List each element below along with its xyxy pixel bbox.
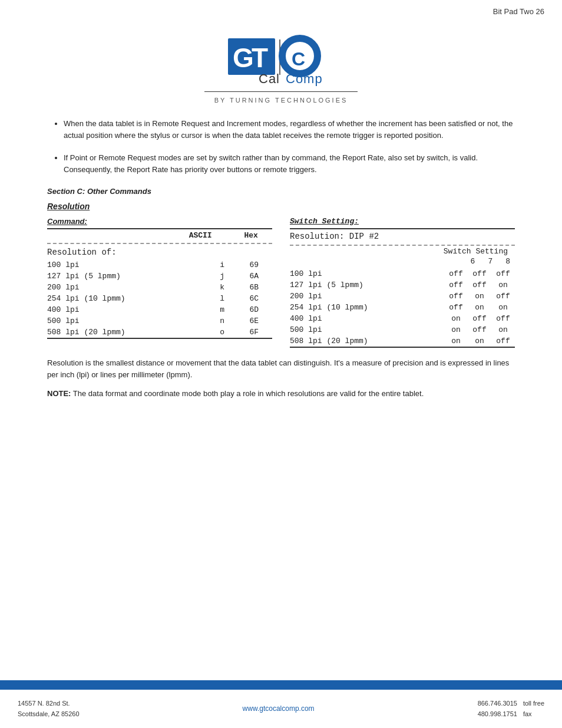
table-row: 508 lpi (20 lpmm) o 6F [47, 327, 272, 338]
page-title: Bit Pad Two 26 [493, 7, 544, 16]
command-data-table: 100 lpi i 69 127 lpi (5 lpmm) j 6A 200 l… [47, 259, 272, 338]
sw-label: 254 lpi (10 lpmm) [290, 302, 444, 313]
footer-address: 14557 N. 82nd St. Scottsdale, AZ 85260 [18, 698, 80, 720]
cmd-hex: 6B [236, 282, 272, 293]
page-header: Bit Pad Two 26 [0, 0, 562, 16]
cmd-ascii: m [209, 304, 236, 315]
sw-label: 200 lpi [290, 291, 444, 302]
bullet-list: When the data tablet is in Remote Reques… [47, 118, 515, 176]
footer-fax: 480.998.1751 [478, 709, 517, 720]
svg-text:T: T [252, 42, 268, 73]
note2-bold: NOTE: [47, 389, 71, 398]
note2: NOTE: The data format and coordinate mod… [47, 388, 515, 400]
sw-s7: off [468, 279, 491, 291]
sw-s6: off [444, 302, 468, 313]
table-row: 254 lpi (10 lpmm) off on on [290, 302, 515, 313]
sw-s6: on [444, 335, 468, 347]
cmd-label: 400 lpi [47, 304, 209, 315]
svg-text:C: C [292, 48, 305, 70]
table-row: 500 lpi on off on [290, 324, 515, 335]
footer-content: 14557 N. 82nd St. Scottsdale, AZ 85260 w… [0, 690, 562, 728]
sw-s8: off [491, 313, 515, 324]
note2-rest: The data format and coordinate mode both… [71, 389, 424, 398]
sw-s6: off [444, 279, 468, 291]
cmd-hex: 69 [236, 259, 272, 271]
sw-label: 127 lpi (5 lpmm) [290, 279, 444, 291]
cmd-label: 500 lpi [47, 315, 209, 327]
footer-address-line1: 14557 N. 82nd St. [18, 698, 80, 709]
sw-s7: off [468, 268, 491, 279]
cmd-ascii: n [209, 315, 236, 327]
footer-contact: 866.746.3015 toll free 480.998.1751 fax [478, 698, 544, 720]
switch-data-table: 100 lpi off off off 127 lpi (5 lpmm) off… [290, 268, 515, 347]
note1: Resolution is the smallest distance or m… [47, 357, 515, 381]
command-col: Command: ASCII Hex Resolution of: [47, 217, 272, 348]
bullet-item-1: When the data tablet is in Remote Reques… [64, 118, 515, 141]
col-8-header: 8 [505, 257, 510, 266]
table-row: 508 lpi (20 lpmm) on on off [290, 335, 515, 347]
footer-phone: 866.746.3015 [478, 698, 517, 709]
sw-s7: off [468, 313, 491, 324]
switch-col: Switch Setting: Resolution: DIP #2 Switc… [290, 217, 515, 348]
svg-text:Comp: Comp [286, 71, 323, 86]
cmd-bottom-line [47, 338, 272, 339]
footer-phone-label: toll free [523, 698, 544, 709]
cmd-ascii: i [209, 259, 236, 271]
table-row: 254 lpi (10 lpmm) l 6C [47, 293, 272, 304]
logo-area: G T C Cal Comp by TURNING technologies [47, 34, 515, 104]
sw-s7: on [468, 302, 491, 313]
sw-s6: off [444, 268, 468, 279]
sw-s7: off [468, 324, 491, 335]
footer-fax-label: fax [523, 709, 532, 720]
col-7-header: 7 [488, 257, 492, 266]
cmd-ascii: o [209, 327, 236, 338]
cmd-label: 100 lpi [47, 259, 209, 271]
table-row: 127 lpi (5 lpmm) off off on [290, 279, 515, 291]
svg-text:Cal: Cal [259, 71, 280, 86]
logo-image: G T C Cal Comp [210, 34, 352, 88]
cmd-label: 200 lpi [47, 282, 209, 293]
switch-label: Switch Setting: [290, 217, 515, 226]
col-6-header: 6 [471, 257, 475, 266]
bullet-item-2: If Point or Remote Request modes are set… [64, 152, 515, 176]
cmd-hex: 6D [236, 304, 272, 315]
switch-setting-header: Switch Setting [444, 247, 508, 256]
footer-website[interactable]: www.gtcocalcomp.com [243, 704, 315, 713]
command-label: Command: [47, 217, 272, 226]
table-row: 100 lpi off off off [290, 268, 515, 279]
sw-label: 100 lpi [290, 268, 444, 279]
footer-accent-bar [0, 684, 562, 690]
page-wrapper: Bit Pad Two 26 G T C [0, 0, 562, 728]
cmd-ascii: l [209, 293, 236, 304]
cmd-label: 127 lpi (5 lpmm) [47, 271, 209, 282]
cmd-hex: 6A [236, 271, 272, 282]
cmd-ascii: k [209, 282, 236, 293]
sw-label: 508 lpi (20 lpmm) [290, 335, 444, 347]
cmd-dashed-line [47, 243, 272, 244]
table-row: 200 lpi off on off [290, 291, 515, 302]
sw-label: 400 lpi [290, 313, 444, 324]
sw-s8: on [491, 279, 515, 291]
section-c-heading: Section C: Other Commands [47, 187, 515, 196]
resolution-heading: Resolution [47, 202, 515, 211]
cmd-label: 254 lpi (10 lpmm) [47, 293, 209, 304]
table-row: 127 lpi (5 lpmm) j 6A [47, 271, 272, 282]
sw-s6: on [444, 324, 468, 335]
table-row: 500 lpi n 6E [47, 315, 272, 327]
content-area: G T C Cal Comp by TURNING technologies [0, 16, 562, 680]
sw-s7: on [468, 335, 491, 347]
footer-address-line2: Scottsdale, AZ 85260 [18, 709, 80, 720]
logo-divider [204, 91, 358, 92]
table-row: 400 lpi m 6D [47, 304, 272, 315]
sw-s8: on [491, 324, 515, 335]
sw-s7: on [468, 291, 491, 302]
command-table: ASCII Hex [47, 229, 272, 242]
sw-s6: off [444, 291, 468, 302]
svg-text:G: G [233, 42, 254, 73]
sw-s8: off [491, 291, 515, 302]
cmd-ascii: j [209, 271, 236, 282]
col-ascii: ASCII [171, 229, 230, 242]
table-row: 200 lpi k 6B [47, 282, 272, 293]
sw-dashed-line [290, 245, 515, 246]
cmd-label: 508 lpi (20 lpmm) [47, 327, 209, 338]
